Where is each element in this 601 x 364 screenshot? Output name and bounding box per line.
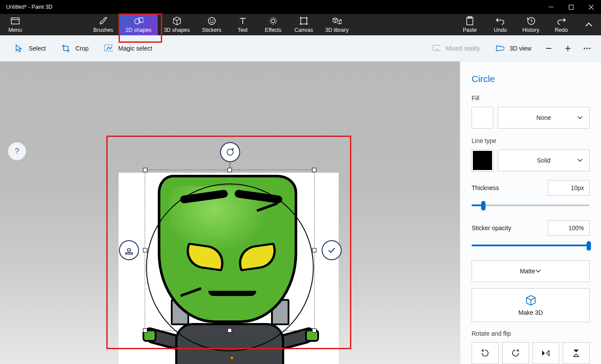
fill-dropdown[interactable]: None <box>498 107 590 129</box>
rotate-right-button[interactable] <box>502 342 529 364</box>
rotate-handle[interactable] <box>220 142 240 162</box>
material-dropdown[interactable]: Matte <box>472 260 590 282</box>
cube-3d-icon <box>525 294 537 306</box>
svg-rect-0 <box>569 5 573 9</box>
svg-point-7 <box>272 19 275 23</box>
help-button[interactable]: ? <box>8 142 26 160</box>
history-button[interactable]: History <box>516 14 546 35</box>
tab-text[interactable]: Text <box>227 14 258 35</box>
tab-3d-shapes[interactable]: 3D shapes <box>158 14 196 35</box>
rotate-flip-label: Rotate and flip <box>472 330 590 337</box>
canvas-area[interactable]: ? <box>0 61 460 364</box>
canvas-icon <box>299 16 309 26</box>
mixed-reality-icon <box>432 44 441 53</box>
minimize-button[interactable] <box>541 0 561 14</box>
resize-handle[interactable] <box>143 248 147 252</box>
3d-view-tool[interactable]: 3D view <box>488 35 539 61</box>
line-color-swatch[interactable] <box>472 150 493 171</box>
properties-panel: Circle Fill None Line type Solid <box>460 61 601 364</box>
menu-icon <box>10 16 20 26</box>
secondary-toolbar: Select Crop Magic select Mixed reality 3… <box>0 35 601 61</box>
svg-rect-18 <box>126 253 132 254</box>
magic-select-tool[interactable]: Magic select <box>96 35 160 61</box>
brush-icon <box>98 16 108 26</box>
tab-brushes[interactable]: Brushes <box>87 14 119 35</box>
resize-handle[interactable] <box>227 168 232 172</box>
shapes-3d-icon <box>172 16 182 26</box>
selection-bounding-box[interactable] <box>145 170 315 331</box>
mixed-reality-tool: Mixed reality <box>424 35 488 61</box>
undo-button[interactable]: Undo <box>485 14 516 35</box>
stickers-icon <box>207 16 217 26</box>
opacity-slider[interactable] <box>472 240 590 251</box>
svg-point-17 <box>227 149 233 155</box>
close-button[interactable] <box>581 0 601 14</box>
resize-handle[interactable] <box>312 248 316 252</box>
tab-effects[interactable]: Effects <box>258 14 289 35</box>
fill-color-swatch[interactable] <box>472 107 493 129</box>
chevron-down-icon <box>577 158 583 163</box>
effects-icon <box>268 16 278 26</box>
resize-handle[interactable] <box>143 168 147 172</box>
magic-select-icon <box>104 44 113 53</box>
flip-vertical-button[interactable] <box>563 342 590 364</box>
chevron-down-icon <box>577 116 583 120</box>
paste-button[interactable]: Paste <box>455 14 485 35</box>
resize-handle[interactable] <box>312 328 316 333</box>
3d-view-icon <box>496 44 504 53</box>
thickness-input[interactable]: 10px <box>548 180 590 196</box>
shapes-2d-icon <box>134 16 143 26</box>
svg-point-15 <box>586 48 587 49</box>
zoom-in-button[interactable] <box>558 35 577 61</box>
tab-3d-library[interactable]: 3D library <box>319 14 355 35</box>
svg-rect-12 <box>105 45 113 51</box>
menu-button[interactable]: Menu <box>0 14 31 35</box>
undo-icon <box>496 16 505 26</box>
ribbon: Menu Brushes 2D shapes 3D shapes Sticker… <box>0 14 601 35</box>
tab-2d-shapes[interactable]: 2D shapes <box>119 14 158 35</box>
cursor-icon <box>15 44 24 53</box>
flip-horizontal-button[interactable] <box>533 342 560 364</box>
commit-button[interactable] <box>322 240 342 260</box>
svg-point-16 <box>589 48 590 49</box>
redo-button[interactable]: Redo <box>546 14 577 35</box>
zoom-out-button[interactable] <box>539 35 558 61</box>
line-type-dropdown[interactable]: Solid <box>498 150 590 171</box>
resize-handle[interactable] <box>143 328 147 333</box>
svg-rect-8 <box>301 18 307 24</box>
opacity-label: Sticker opacity <box>472 225 511 231</box>
titlebar: Untitled* - Paint 3D <box>0 0 601 14</box>
tab-stickers[interactable]: Stickers <box>196 14 227 35</box>
redo-icon <box>557 16 566 26</box>
stamp-button[interactable] <box>119 240 139 260</box>
crop-icon <box>61 44 70 53</box>
thickness-slider[interactable] <box>472 200 590 211</box>
line-type-label: Line type <box>472 137 590 144</box>
make-3d-button[interactable]: Make 3D <box>472 288 590 322</box>
ribbon-collapse-button[interactable] <box>577 14 601 35</box>
opacity-input[interactable]: 100% <box>548 220 590 236</box>
svg-point-6 <box>212 20 213 20</box>
svg-point-14 <box>584 48 585 49</box>
resize-handle[interactable] <box>227 328 232 333</box>
menu-label: Menu <box>8 27 22 33</box>
tab-canvas[interactable]: Canvas <box>289 14 319 35</box>
crop-tool[interactable]: Crop <box>54 35 96 61</box>
resize-handle[interactable] <box>312 168 316 172</box>
history-icon <box>526 16 536 26</box>
library-3d-icon <box>332 16 342 26</box>
fill-label: Fill <box>472 95 590 102</box>
select-tool[interactable]: Select <box>7 35 54 61</box>
rotate-left-button[interactable] <box>472 342 499 364</box>
panel-title: Circle <box>472 74 590 84</box>
maximize-button[interactable] <box>561 0 581 14</box>
window-title: Untitled* - Paint 3D <box>6 4 52 10</box>
chevron-down-icon <box>535 269 541 273</box>
svg-point-5 <box>210 20 211 20</box>
text-icon <box>238 16 248 26</box>
svg-point-4 <box>208 17 215 24</box>
paste-icon <box>465 16 475 26</box>
thickness-label: Thickness <box>472 184 499 191</box>
svg-rect-1 <box>11 18 19 24</box>
more-button[interactable] <box>577 35 597 61</box>
